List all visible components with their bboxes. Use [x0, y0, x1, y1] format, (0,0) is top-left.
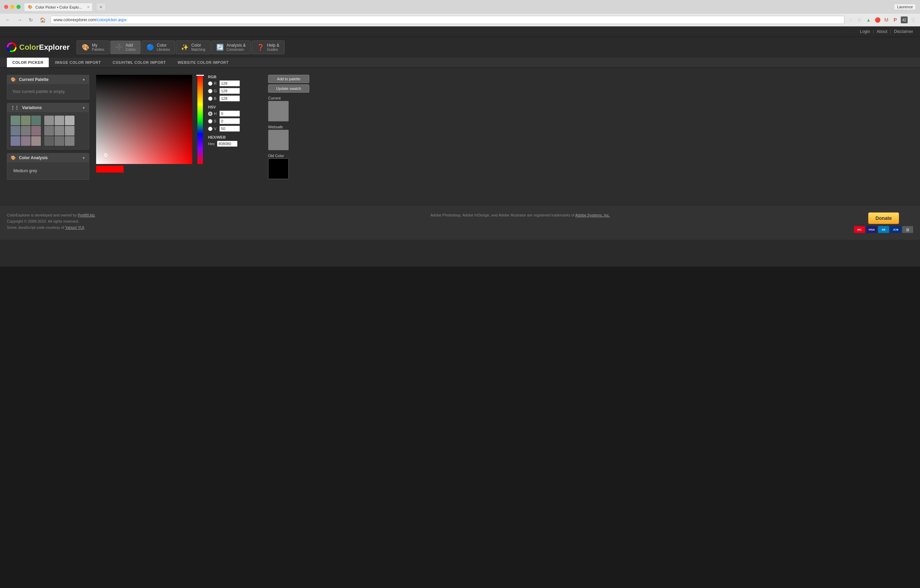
home-button[interactable]: 🏠	[38, 16, 48, 23]
color-analysis-body: Medium grey	[7, 162, 89, 179]
rgb-r-input[interactable]	[219, 80, 240, 86]
color-analysis-header[interactable]: 🎨 Color Analysis ▼	[7, 153, 89, 162]
nav-analysis-conversion[interactable]: 🔄 Analysis & Conversion	[211, 40, 251, 54]
variations-left-swatches	[11, 116, 41, 146]
swatch-item[interactable]	[65, 126, 75, 136]
nav-help-guides[interactable]: ❓ Help & Guides	[252, 40, 285, 54]
donate-button[interactable]: Donate	[868, 212, 899, 224]
swatch-item[interactable]	[55, 116, 64, 125]
browser-tab[interactable]: 🎨 Color Picker • Color Explo... ✕	[24, 3, 93, 11]
hex-input[interactable]	[217, 141, 238, 147]
site-footer: ColorExplorer is developed and owned by …	[0, 205, 920, 240]
update-swatch-button[interactable]: Update swatch	[268, 84, 309, 93]
hsv-h-input[interactable]	[219, 110, 240, 116]
tab-css-html-color-import[interactable]: CSS/HTML COLOR IMPORT	[107, 58, 171, 67]
swatch-item[interactable]	[55, 136, 64, 146]
rgb-b-row: B	[208, 95, 263, 102]
tab-image-color-import[interactable]: IMAGE COLOR IMPORT	[49, 58, 107, 67]
swatch-item[interactable]	[44, 116, 54, 125]
browser-navbar: ← → ↻ 🏠 www.colorexplorer.com /colorpick…	[0, 14, 920, 26]
nav-color-matching[interactable]: ✨ Color Matching	[176, 40, 211, 54]
site-logo[interactable]: ColorExplorer	[7, 42, 70, 52]
address-bar[interactable]: www.colorexplorer.com /colorpicker.aspx	[50, 16, 844, 24]
rgb-r-radio[interactable]	[208, 81, 212, 86]
swatch-item[interactable]	[31, 116, 41, 125]
rgb-label: RGB	[208, 75, 263, 79]
variations-grid	[11, 116, 86, 146]
yahoo-yui-link[interactable]: Yahoo! YUI	[65, 225, 84, 229]
swatch-item[interactable]	[44, 136, 54, 146]
hsv-v-radio[interactable]	[208, 127, 212, 131]
matching-icon: ✨	[181, 44, 188, 51]
feedly-icon[interactable]: ▲	[865, 16, 872, 23]
disclaimer-link[interactable]: Disclaimer	[894, 29, 913, 34]
swatch-item[interactable]	[65, 116, 75, 125]
nav-help-label: Help &	[267, 43, 279, 48]
disconnect-icon[interactable]: 🔴	[874, 16, 881, 23]
hsv-s-radio[interactable]	[208, 119, 212, 123]
add-to-palette-button[interactable]: Add to palette	[268, 75, 309, 83]
pinterest-icon[interactable]: P	[892, 16, 899, 23]
back-button[interactable]: ←	[3, 16, 12, 23]
hex-controls: Hex/Web Hex	[208, 135, 263, 147]
current-color-swatch	[268, 101, 289, 121]
maximize-window-button[interactable]	[16, 5, 21, 9]
layers-icon[interactable]: ⧉	[856, 16, 863, 23]
browser-chrome: 🎨 Color Picker • Color Explo... ✕ + Laur…	[0, 0, 920, 26]
tab-website-color-import[interactable]: WEBSITE COLOR IMPORT	[172, 58, 234, 67]
top-navigation: Login | About | Disclaimer	[0, 26, 920, 37]
adobe-link[interactable]: Adobe Systems, Inc.	[575, 213, 610, 217]
color-gradient-picker[interactable]	[96, 75, 192, 164]
new-tab-button[interactable]: +	[96, 3, 106, 11]
tab-close-button[interactable]: ✕	[87, 5, 90, 9]
hsv-h-radio[interactable]	[208, 111, 212, 116]
swatch-item[interactable]	[31, 136, 41, 146]
nav-analysis-label: Analysis &	[227, 43, 246, 48]
menu-icon[interactable]: ☰	[910, 16, 917, 23]
swatch-item[interactable]	[11, 116, 20, 125]
rgb-b-radio[interactable]	[208, 96, 212, 101]
swatch-item[interactable]	[55, 126, 64, 136]
nav-analysis-sub: Conversion	[227, 48, 246, 52]
rgb-g-letter: G	[214, 89, 218, 93]
swatch-item[interactable]	[65, 136, 75, 146]
current-palette-header[interactable]: 🎨 Current Palette ▼	[7, 75, 89, 84]
port80-link[interactable]: Port80.biz	[78, 213, 95, 217]
swatch-item[interactable]	[11, 126, 20, 136]
swatch-item[interactable]	[21, 126, 31, 136]
conversion-icon: 🔄	[216, 44, 224, 51]
close-window-button[interactable]	[4, 5, 8, 9]
hsv-s-input[interactable]	[219, 118, 240, 124]
extension-icon[interactable]: 42	[901, 16, 908, 23]
login-link[interactable]: Login	[860, 29, 870, 34]
hsv-h-row: H	[208, 110, 263, 116]
old-color-label: Old Color	[268, 154, 309, 158]
palette-icon: 🎨	[82, 44, 89, 51]
minimize-window-button[interactable]	[10, 5, 15, 9]
variations-header[interactable]: ⋮⋮ Variations ▼	[7, 103, 89, 112]
nav-add-colors[interactable]: ➕ Add Colors	[110, 40, 141, 54]
rgb-b-input[interactable]	[219, 95, 240, 102]
payment-cards: MC VISA AE JCB 🏦	[854, 226, 913, 233]
footer-col-1: ColorExplorer is developed and owned by …	[7, 212, 417, 231]
about-link[interactable]: About	[877, 29, 888, 34]
hsv-v-input[interactable]	[219, 126, 240, 132]
rgb-g-radio[interactable]	[208, 89, 212, 93]
nav-my-palettes[interactable]: 🎨 My Palettes	[76, 40, 110, 54]
forward-button[interactable]: →	[15, 16, 24, 23]
rgb-r-letter: R	[214, 81, 218, 86]
swatch-item[interactable]	[21, 136, 31, 146]
gmail-icon[interactable]: M	[883, 16, 890, 23]
reload-button[interactable]: ↻	[27, 16, 35, 23]
swatch-item[interactable]	[44, 126, 54, 136]
swatch-item[interactable]	[31, 126, 41, 136]
hue-slider[interactable]	[198, 75, 203, 164]
rgb-controls: RGB R G B	[208, 75, 263, 102]
swatch-item[interactable]	[21, 116, 31, 125]
tab-color-picker[interactable]: COLOR PICKER	[7, 58, 49, 67]
swatch-item[interactable]	[11, 136, 20, 146]
rgb-g-input[interactable]	[219, 88, 240, 94]
nav-color-libraries[interactable]: 🔵 Color Libraries	[141, 40, 175, 54]
bookmark-icon[interactable]: ☆	[847, 16, 854, 23]
gradient-picker-container	[96, 75, 192, 173]
